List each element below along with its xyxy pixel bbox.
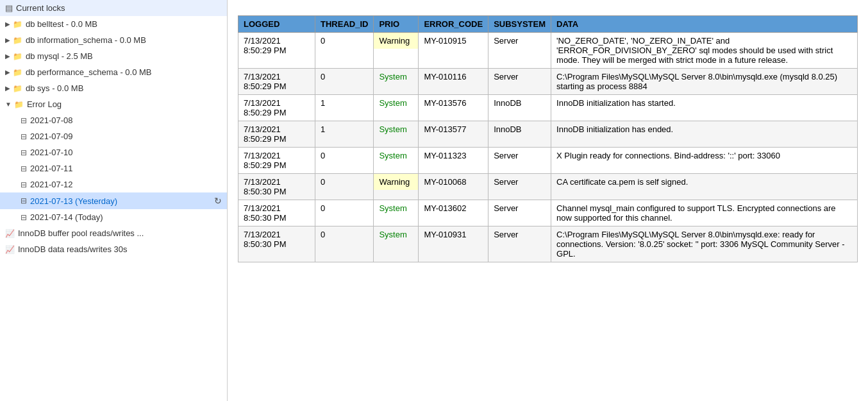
cell-error-code: MY-013602 [419,200,488,226]
cell-thread-id: 0 [315,148,374,174]
cell-error-code: MY-010068 [419,174,488,200]
col-header-prio: PRIO [374,16,419,33]
cell-subsystem: Server [488,200,551,226]
cell-subsystem: Server [488,148,551,174]
cell-prio: System [374,69,419,95]
cell-data: 'NO_ZERO_DATE', 'NO_ZERO_IN_DATE' and 'E… [551,33,858,69]
cell-prio: Warning [374,33,419,69]
cell-data: Channel mysql_main configured to support… [551,200,858,226]
sidebar-item-label: InnoDB data reads/writes 30s [18,244,128,254]
arrow-icon: ▶ [5,21,10,28]
table-header-row: LOGGEDTHREAD_IDPRIOERROR_CODESUBSYSTEMDA… [238,16,858,33]
cell-logged: 7/13/2021 8:50:30 PM [238,226,315,262]
cell-thread-id: 1 [315,95,374,121]
db-icon: 📁 [13,52,22,61]
sidebar-item-error-log[interactable]: ▼📁Error Log [0,96,227,112]
cell-data: C:\Program Files\MySQL\MySQL Server 8.0\… [551,69,858,95]
prio-badge: System [374,121,418,137]
db-icon: 📁 [13,84,22,93]
prio-badge: System [374,148,418,164]
arrow-icon: ▼ [5,101,12,108]
table-row: 7/13/2021 8:50:29 PM0SystemMY-010116Serv… [238,69,858,95]
events-table: LOGGEDTHREAD_IDPRIOERROR_CODESUBSYSTEMDA… [238,15,858,262]
cell-subsystem: InnoDB [488,95,551,121]
sidebar-item-log-2021-07-12[interactable]: ⊟2021-07-12 [0,176,227,192]
cell-thread-id: 0 [315,174,374,200]
db-open-icon: 📁 [14,100,24,109]
arrow-icon: ▶ [5,53,10,60]
cell-prio: System [374,121,419,148]
sidebar-item-label: db information_schema - 0.0 MB [26,35,146,45]
sidebar-item-db-information-schema[interactable]: ▶📁db information_schema - 0.0 MB [0,32,227,48]
cell-error-code: MY-013577 [419,121,488,148]
sidebar-item-log-2021-07-08[interactable]: ⊟2021-07-08 [0,112,227,128]
log-icon: ⊟ [21,213,27,222]
cell-subsystem: Server [488,226,551,262]
sidebar-item-log-2021-07-10[interactable]: ⊟2021-07-10 [0,144,227,160]
sidebar-item-log-2021-07-09[interactable]: ⊟2021-07-09 [0,128,227,144]
chart-icon: 📈 [5,245,15,254]
sidebar-item-innodb-buffer[interactable]: 📈InnoDB buffer pool reads/writes ... [0,225,227,241]
db-icon: 📁 [13,36,22,45]
log-icon: ⊟ [21,132,27,141]
sidebar-item-label: 2021-07-10 [30,148,73,157]
db-icon: 📁 [13,20,22,29]
sidebar-item-db-performance-schema[interactable]: ▶📁db performance_schema - 0.0 MB [0,64,227,80]
cell-logged: 7/13/2021 8:50:29 PM [238,148,315,174]
sidebar-item-label: db performance_schema - 0.0 MB [26,67,152,77]
cell-error-code: MY-011323 [419,148,488,174]
sidebar-item-label: InnoDB buffer pool reads/writes ... [18,228,144,238]
cell-thread-id: 0 [315,69,374,95]
cell-subsystem: Server [488,33,551,69]
sidebar-item-innodb-data[interactable]: 📈InnoDB data reads/writes 30s [0,241,227,257]
sidebar-item-log-2021-07-14[interactable]: ⊟2021-07-14 (Today) [0,209,227,225]
cell-data: X Plugin ready for connections. Bind-add… [551,148,858,174]
sidebar-item-label: 2021-07-08 [30,115,73,125]
sidebar-item-label: Error Log [27,99,62,109]
arrow-icon: ▶ [5,37,10,44]
sidebar-item-db-sys[interactable]: ▶📁db sys - 0.0 MB [0,80,227,96]
log-icon: ⊟ [21,164,27,173]
cell-error-code: MY-010931 [419,226,488,262]
cell-logged: 7/13/2021 8:50:29 PM [238,121,315,148]
refresh-icon[interactable]: ↻ [214,196,222,206]
arrow-icon: ▶ [5,85,10,92]
sidebar: ▤Current locks▶📁db belltest - 0.0 MB▶📁db… [0,0,228,401]
cell-error-code: MY-010915 [419,33,488,69]
sidebar-item-label: 2021-07-14 (Today) [30,212,103,222]
col-header-subsystem: SUBSYSTEM [488,16,551,33]
cell-logged: 7/13/2021 8:50:29 PM [238,69,315,95]
prio-badge: Warning [374,174,418,190]
cell-thread-id: 0 [315,200,374,226]
cell-logged: 7/13/2021 8:50:30 PM [238,200,315,226]
cell-subsystem: Server [488,174,551,200]
cell-prio: System [374,95,419,121]
table-row: 7/13/2021 8:50:29 PM0SystemMY-011323Serv… [238,148,858,174]
sidebar-item-db-belltest[interactable]: ▶📁db belltest - 0.0 MB [0,16,227,32]
main-content: LOGGEDTHREAD_IDPRIOERROR_CODESUBSYSTEMDA… [228,0,868,401]
cell-subsystem: Server [488,69,551,95]
cell-data: InnoDB initialization has started. [551,95,858,121]
cell-prio: System [374,226,419,262]
sidebar-item-log-2021-07-13[interactable]: ⊟2021-07-13 (Yesterday)↻ [0,192,227,209]
sidebar-item-label: db sys - 0.0 MB [26,83,83,93]
sidebar-item-label: db mysql - 2.5 MB [26,51,93,61]
log-icon: ⊟ [21,180,27,189]
arrow-icon: ▶ [5,69,10,76]
prio-badge: System [374,200,418,216]
log-icon: ⊟ [21,116,27,125]
col-header-data: DATA [551,16,858,33]
cell-thread-id: 0 [315,226,374,262]
table-row: 7/13/2021 8:50:29 PM1SystemMY-013576Inno… [238,95,858,121]
table-row: 7/13/2021 8:50:30 PM0SystemMY-013602Serv… [238,200,858,226]
cell-data: CA certificate ca.pem is self signed. [551,174,858,200]
table-row: 7/13/2021 8:50:29 PM0WarningMY-010915Ser… [238,33,858,69]
table-row: 7/13/2021 8:50:29 PM1SystemMY-013577Inno… [238,121,858,148]
sidebar-item-log-2021-07-11[interactable]: ⊟2021-07-11 [0,160,227,176]
cell-error-code: MY-010116 [419,69,488,95]
cell-logged: 7/13/2021 8:50:29 PM [238,33,315,69]
sidebar-item-label: db belltest - 0.0 MB [26,19,97,29]
cell-prio: Warning [374,174,419,200]
sidebar-item-current-locks[interactable]: ▤Current locks [0,0,227,16]
sidebar-item-db-mysql[interactable]: ▶📁db mysql - 2.5 MB [0,48,227,64]
